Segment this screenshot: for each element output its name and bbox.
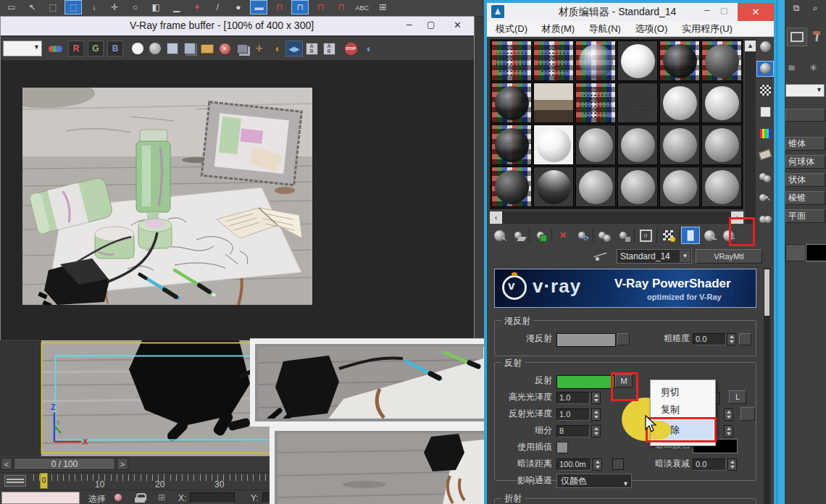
material-sample-slot[interactable]	[617, 41, 658, 81]
vfb-minimize-button[interactable]: –	[406, 18, 412, 30]
video-color-check-icon[interactable]	[756, 125, 774, 141]
percent-snap-icon[interactable]: ⊓	[333, 0, 350, 14]
material-sample-slot[interactable]	[575, 125, 616, 165]
tube-button[interactable]: 状体	[785, 173, 825, 187]
me-close-button[interactable]: ✕	[738, 3, 774, 21]
ab-compare-a-icon[interactable]: AB	[303, 40, 320, 57]
snap-toggle-icon[interactable]: ⊓	[271, 0, 288, 14]
material-sample-slot[interactable]	[617, 167, 658, 207]
material-sample-slot[interactable]	[533, 125, 574, 165]
go-to-parent-icon[interactable]: ⬑	[700, 227, 719, 244]
star-icon[interactable]: ✳	[809, 62, 817, 73]
alpha-channel-icon[interactable]	[146, 40, 164, 57]
material-sample-slot[interactable]	[491, 125, 532, 165]
subdivs-spinner[interactable]	[591, 425, 601, 437]
material-sample-slot[interactable]	[491, 41, 532, 81]
maxscript-mini-listener[interactable]	[1, 492, 80, 504]
make-material-copy-icon[interactable]: ⟳	[572, 227, 591, 244]
mirror-tool-icon[interactable]: ⊞	[374, 0, 391, 14]
reset-map-icon[interactable]: ×	[554, 227, 572, 244]
params-scrollbar[interactable]	[764, 268, 770, 504]
hilight-glossiness-field[interactable]: 1.0	[556, 392, 590, 404]
menu-options[interactable]: 选项(O)	[635, 23, 667, 34]
params-scrollbar-thumb[interactable]	[764, 269, 769, 316]
pyramid-button[interactable]: 棱锥	[785, 191, 825, 205]
window-icon[interactable]: ⧉	[788, 1, 805, 15]
material-sample-slot[interactable]	[701, 125, 742, 165]
selection-region-icon[interactable]: ⬚	[44, 0, 62, 14]
get-material-icon[interactable]: ↖	[490, 227, 509, 244]
menu-mode[interactable]: 模式(D)	[496, 23, 527, 34]
menu-item-cut[interactable]: 剪切	[652, 385, 713, 400]
green-channel-button[interactable]: G	[88, 41, 104, 56]
put-to-library-icon[interactable]	[614, 227, 633, 244]
frame-indicator[interactable]: 0 / 100	[14, 458, 115, 470]
background-icon[interactable]	[756, 83, 774, 98]
material-sample-slot[interactable]	[533, 41, 574, 81]
waves-icon[interactable]: ≋	[788, 62, 795, 73]
affect-channels-dropdown[interactable]: 仅颜色 ▼	[556, 474, 632, 488]
assign-material-to-selection-icon[interactable]	[531, 227, 550, 244]
material-sample-slot[interactable]	[701, 41, 742, 81]
vfb-close-button[interactable]: ✕	[454, 20, 462, 30]
fresnel-ior-spinner[interactable]	[724, 408, 733, 421]
roughness-field[interactable]: 0.0	[693, 333, 726, 345]
material-sample-slot[interactable]	[491, 167, 532, 207]
scale-icon[interactable]: ◧	[147, 0, 164, 14]
material-sample-slot[interactable]	[575, 41, 616, 81]
render-window-2[interactable]	[270, 426, 484, 504]
me-titlebar[interactable]: 材质编辑器 - Standard_14 – ▢ ✕	[487, 3, 774, 21]
select-by-name-icon[interactable]: ↓	[85, 0, 103, 14]
backlight-icon[interactable]	[756, 61, 774, 77]
fresnel-lock-button[interactable]: L	[729, 390, 746, 404]
refl-glossiness-field[interactable]: 1.0	[556, 408, 590, 421]
options-icon[interactable]	[756, 169, 774, 185]
vfb-titlebar[interactable]: V-Ray frame buffer - [100% of 400 x 300]…	[1, 17, 474, 35]
utilities-tab-icon[interactable]	[809, 28, 826, 45]
menu-material[interactable]: 材质(M)	[542, 23, 575, 34]
stop-render-icon[interactable]: STOP	[342, 40, 359, 57]
menu-navigation[interactable]: 导航(N)	[589, 23, 621, 34]
duplicate-to-host-icon[interactable]	[233, 40, 251, 57]
material-type-button[interactable]: VRayMtl	[696, 249, 762, 264]
snap-3d-icon[interactable]: ⊓	[291, 0, 309, 14]
save-all-channels-icon[interactable]	[181, 40, 199, 57]
sample-uv-tiling-icon[interactable]	[756, 104, 774, 119]
isolate-selection-icon[interactable]	[114, 494, 122, 501]
fresnel-ior-map-button[interactable]	[741, 407, 755, 421]
geosphere-button[interactable]: 何球体	[785, 155, 825, 169]
slot-scroll-left-icon[interactable]: ‹	[490, 211, 502, 224]
menu-utilities[interactable]: 实用程序(U)	[682, 23, 733, 34]
current-frame-marker[interactable]: 0	[40, 473, 48, 489]
rgb-channels-icon[interactable]	[46, 40, 64, 57]
x-coord-field[interactable]	[190, 492, 235, 503]
material-sample-slot[interactable]	[659, 41, 700, 81]
material-sample-slot[interactable]	[659, 83, 700, 123]
slot-vscrollbar[interactable]: ▲	[745, 39, 756, 224]
object-type-button[interactable]	[785, 109, 825, 122]
lock-selection-icon[interactable]	[135, 497, 145, 503]
material-sample-slot[interactable]	[701, 83, 742, 123]
dim-falloff-field[interactable]: 0.0	[693, 458, 726, 471]
render-last-icon[interactable]: ◖	[359, 40, 377, 57]
red-channel-button[interactable]: R	[68, 41, 84, 56]
load-image-icon[interactable]	[199, 40, 216, 57]
select-manipulate-icon[interactable]: /	[209, 0, 227, 14]
region-render-icon[interactable]: ◖	[268, 40, 285, 57]
dim-distance-field[interactable]: 100.0m	[556, 458, 591, 471]
material-sample-slot[interactable]	[659, 125, 700, 165]
menu-item-copy[interactable]: 复制	[652, 402, 713, 418]
diffuse-color-swatch[interactable]	[556, 333, 616, 347]
undo-icon[interactable]: ▭	[3, 0, 20, 14]
move-icon[interactable]: ✛	[106, 0, 123, 14]
render-window-1[interactable]	[250, 338, 484, 427]
roughness-spinner[interactable]	[727, 333, 736, 345]
select-cursor-icon[interactable]: ↖	[23, 0, 41, 14]
me-minimize-button[interactable]: –	[704, 4, 710, 15]
material-sample-slot[interactable]	[533, 83, 574, 123]
clear-image-icon[interactable]: ×	[216, 40, 233, 57]
hilight-glossiness-spinner[interactable]	[591, 392, 601, 404]
compare-horizontal-icon[interactable]: ◀▶	[285, 41, 303, 56]
make-unique-icon[interactable]	[595, 227, 614, 244]
name-color-swatch-black[interactable]	[806, 244, 826, 261]
